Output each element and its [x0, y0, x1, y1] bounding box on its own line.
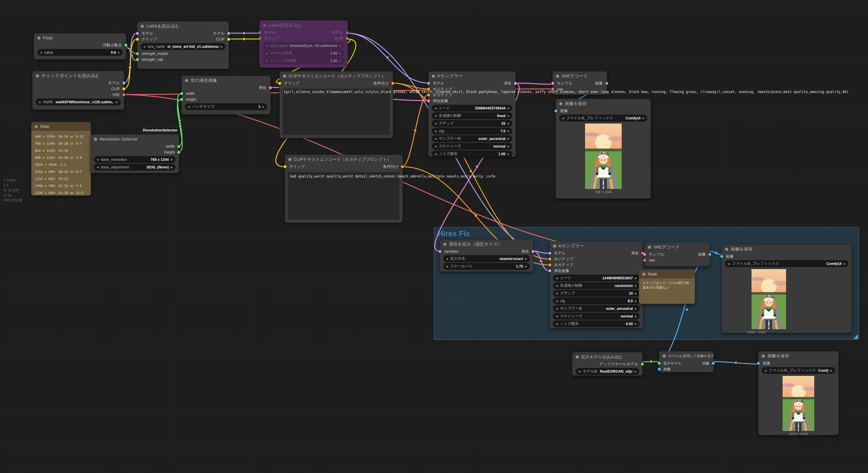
node-save-image-3[interactable]: 画像を保存 画像 ファイル名_プレフィックスComfyUI 5376 × 940…: [758, 351, 839, 435]
collapse-dot-icon[interactable]: [94, 137, 97, 141]
control-after-generate-widget[interactable]: 生成後の制御fixed: [432, 113, 512, 119]
collapse-dot-icon[interactable]: [263, 24, 266, 27]
base-resolution-widget[interactable]: base_resolution768 x 1344: [94, 156, 176, 163]
denoise-widget[interactable]: ノイズ除去0.50: [553, 320, 640, 327]
input-slot-clip[interactable]: [136, 38, 139, 41]
output-slot-clip[interactable]: [227, 38, 230, 41]
output-slot-latent[interactable]: [514, 82, 517, 85]
collapse-dot-icon[interactable]: [283, 74, 286, 78]
collapse-dot-icon[interactable]: [642, 273, 646, 276]
input-slot-upscale-model[interactable]: [658, 362, 661, 365]
collapse-dot-icon[interactable]: [576, 355, 579, 358]
output-slot-latent[interactable]: [532, 250, 534, 253]
model-name-widget[interactable]: モデル名RealESRGAN_x4plus_anime_...: [576, 368, 639, 375]
filename-prefix-widget[interactable]: ファイル名_プレフィックスComfyUI: [725, 260, 848, 267]
steps-widget[interactable]: ステップ10: [553, 290, 640, 297]
collapse-dot-icon[interactable]: [762, 354, 765, 358]
collapse-dot-icon[interactable]: [288, 158, 291, 161]
output-slot[interactable]: [124, 44, 127, 46]
node-note-steps[interactable]: Note ステップは１０～２０の間でOK基本10で問題ない: [639, 270, 695, 304]
collapse-dot-icon[interactable]: [553, 245, 556, 248]
lora-name-widget[interactable]: lora_namexl_more_art-full_v1.safetensors: [141, 43, 225, 50]
denoise-widget[interactable]: ノイズ除去1.00: [432, 151, 512, 157]
input-slot-image[interactable]: [658, 368, 661, 371]
input-slot-latent-image[interactable]: [548, 270, 551, 272]
node-ksampler-1[interactable]: Kサンプラー モデル潜在 ポジティブ ネガティブ 潜在画像 シード2586944…: [428, 71, 516, 157]
collapse-dot-icon[interactable]: [36, 74, 39, 77]
node-load-lora-2-bypassed[interactable]: LoRAを読み込む モデルモデル クリップCLIP lora_nameDetai…: [259, 21, 347, 67]
output-slot-clip[interactable]: [346, 37, 349, 40]
scheduler-widget[interactable]: スケジューラnormal: [553, 313, 640, 319]
collapse-dot-icon[interactable]: [37, 36, 40, 40]
output-slot-image[interactable]: [712, 362, 715, 365]
collapse-dot-icon[interactable]: [141, 25, 144, 28]
input-slot-negative[interactable]: [427, 94, 430, 97]
input-slot-height[interactable]: [180, 98, 183, 101]
output-slot-width[interactable]: [177, 145, 180, 148]
output-slot-clip[interactable]: [122, 88, 125, 90]
collapse-dot-icon[interactable]: [559, 102, 562, 105]
input-slot-model[interactable]: [258, 31, 261, 34]
seed-widget[interactable]: シード144904096553847: [553, 275, 640, 281]
positive-prompt-text[interactable]: 1girl,silence_suzuka_¥(umamusume¥),solo,…: [284, 90, 849, 94]
node-resolution-selector[interactable]: ResolutionSelector Resolution Selector w…: [90, 134, 179, 173]
input-slot-positive[interactable]: [548, 258, 551, 260]
input-slot-strength-model[interactable]: [136, 52, 139, 55]
input-slot-image[interactable]: [757, 362, 760, 365]
collapse-dot-icon[interactable]: [443, 243, 446, 246]
node-load-lora-1[interactable]: LoRAを読み込む モデルモデル クリップCLIP lora_namexl_mo…: [137, 22, 229, 69]
cfg-widget[interactable]: cfg6.0: [553, 297, 640, 304]
lora-name-widget[interactable]: lora_nameDetailedEyes_V3.safetensors: [263, 42, 344, 49]
node-save-image-1[interactable]: 画像を保存 画像 ファイル名_プレフィックスComfyUI 768 × 1344: [556, 99, 651, 199]
output-slot-conditioning[interactable]: [391, 82, 394, 85]
node-save-image-2[interactable]: 画像を保存 画像 ファイル名_プレフィックスComfyUI 1344 × 235…: [721, 245, 852, 333]
output-slot-conditioning[interactable]: [401, 165, 404, 168]
filename-prefix-widget[interactable]: ファイル名_プレフィックスComfyUI: [559, 115, 647, 122]
scheduler-widget[interactable]: スケジューラnormal: [432, 143, 512, 150]
strength-model-widget[interactable]: モデルの強度1.00: [263, 50, 344, 57]
output-slot-model[interactable]: [346, 31, 349, 34]
node-clip-text-encode-positive[interactable]: CLIPテキストエンコード（ポジティブプロンプト） クリップ条件付け: [279, 71, 393, 138]
batch-size-widget[interactable]: バッチサイズ1: [185, 103, 267, 110]
collapse-dot-icon[interactable]: [725, 248, 728, 251]
node-float[interactable]: Float 浮動小数点 value0.6: [34, 33, 126, 60]
output-slot-model[interactable]: [122, 82, 125, 85]
negative-prompt-text[interactable]: bad quality,worst quality,worst detail,s…: [290, 174, 495, 179]
base-adjustment-widget[interactable]: base_adjustmentSDXL (None): [94, 164, 176, 170]
collapse-dot-icon[interactable]: [648, 246, 651, 249]
upscale-method-widget[interactable]: 拡大方法nearest-exact: [443, 255, 530, 262]
input-slot-vae[interactable]: [643, 259, 646, 262]
prompt-textarea[interactable]: bad quality,worst quality,worst detail,s…: [288, 172, 400, 220]
node-note-resolutions[interactable]: Note 640 x 1536: 10:24 or 5:12768 x 1344…: [31, 122, 91, 196]
input-slot-samples[interactable]: [439, 250, 441, 253]
collapse-dot-icon[interactable]: [185, 79, 188, 82]
collapse-dot-icon[interactable]: [35, 125, 38, 128]
value-widget[interactable]: value0.6: [37, 49, 123, 56]
input-slot-image[interactable]: [720, 255, 723, 258]
filename-prefix-widget[interactable]: ファイル名_プレフィックスComfyUI: [762, 367, 835, 374]
steps-widget[interactable]: ステップ25: [432, 120, 512, 127]
input-slot-strength-clip[interactable]: [136, 58, 139, 61]
input-slot-clip[interactable]: [258, 37, 261, 40]
seed-widget[interactable]: シード258694402745644: [432, 105, 512, 112]
scale-by-widget[interactable]: スケールバイ1.75: [443, 263, 530, 270]
ckpt-name-widget[interactable]: ckpt名waiNSFWIllustrious_v120.safete...: [36, 99, 121, 105]
output-slot-image[interactable]: [708, 253, 711, 256]
input-slot-width[interactable]: [180, 92, 183, 95]
node-load-upscale-model[interactable]: 拡大モデルを読み込む アップスケールモデル モデル名RealESRGAN_x4p…: [572, 352, 643, 376]
output-slot-height[interactable]: [177, 151, 180, 154]
input-slot-clip[interactable]: [278, 82, 281, 85]
input-slot-samples[interactable]: [643, 253, 646, 256]
cfg-widget[interactable]: cfg7.0: [432, 128, 512, 134]
collapse-dot-icon[interactable]: [432, 74, 435, 78]
sampler-name-widget[interactable]: サンプラー名euler_ancestral: [432, 135, 512, 142]
sampler-name-widget[interactable]: サンプラー名euler_ancestral: [553, 305, 640, 312]
node-clip-text-encode-negative[interactable]: CLIPテキストエンコード（ネガティブプロンプト） クリップ条件付け bad q…: [285, 155, 403, 223]
node-empty-latent-image[interactable]: 空の潜在画像 潜在 width height バッチサイズ1: [181, 76, 271, 115]
node-upscale-latent[interactable]: 潜在を拡大（指定サイズ） samples潜在 拡大方法nearest-exact…: [440, 240, 533, 272]
collapse-dot-icon[interactable]: [662, 354, 666, 358]
output-slot-upscale-model[interactable]: [641, 363, 644, 366]
output-slot-latent[interactable]: [269, 86, 272, 89]
input-slot-model[interactable]: [136, 32, 139, 35]
output-slot-vae[interactable]: [122, 93, 125, 96]
